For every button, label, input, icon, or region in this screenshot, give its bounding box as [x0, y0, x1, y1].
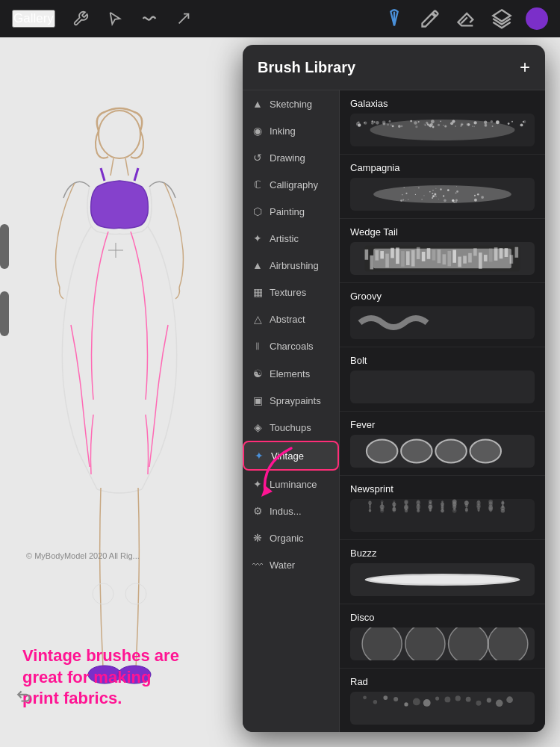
svg-point-69: [358, 121, 360, 123]
svg-point-71: [461, 125, 462, 127]
annotation-line2: great for making: [22, 668, 151, 686]
svg-line-7: [101, 168, 105, 181]
category-item-industrial[interactable]: ⚙Indus...: [243, 498, 339, 524]
smudge-icon[interactable]: [139, 8, 160, 29]
category-item-inking[interactable]: ◉Inking: [243, 117, 339, 144]
svg-point-32: [376, 121, 379, 125]
svg-point-269: [506, 696, 513, 703]
gallery-button[interactable]: Gallery: [12, 10, 55, 28]
airbrushing-label: Airbrushing: [270, 260, 319, 271]
add-brush-button[interactable]: +: [520, 57, 530, 78]
modify-icon[interactable]: [105, 8, 125, 29]
svg-rect-120: [370, 255, 373, 270]
svg-point-262: [435, 697, 439, 701]
category-item-touchups[interactable]: ◈Touchups: [243, 414, 339, 441]
svg-point-37: [418, 121, 420, 123]
eraser-tool[interactable]: [454, 7, 478, 31]
category-item-airbrushing[interactable]: ▲Airbrushing: [243, 252, 339, 279]
brush-item-galaxias[interactable]: Galaxias: [340, 90, 545, 155]
svg-point-61: [485, 123, 487, 125]
right-tools: [382, 7, 548, 31]
svg-point-52: [473, 125, 475, 127]
brush-name-disco: Disco: [350, 612, 535, 623]
vintage-icon: ✦: [253, 450, 265, 462]
brush-item-newsprint[interactable]: Newsprint: [340, 476, 545, 540]
svg-point-27: [358, 123, 361, 127]
svg-point-91: [438, 199, 439, 199]
abstract-icon: △: [252, 313, 264, 325]
brush-item-buzzz[interactable]: Buzzz: [340, 540, 545, 604]
luminance-label: Luminance: [270, 479, 317, 490]
pencil-tool[interactable]: [382, 7, 406, 31]
brush-item-rad[interactable]: Rad: [340, 669, 545, 732]
svg-point-68: [491, 120, 494, 123]
category-item-artistic[interactable]: ✦Artistic: [243, 225, 339, 252]
svg-point-216: [452, 509, 457, 513]
svg-point-105: [408, 199, 408, 199]
svg-rect-138: [463, 255, 467, 263]
svg-point-265: [466, 697, 471, 702]
category-item-organic[interactable]: ❋Organic: [243, 524, 339, 551]
brush-item-disco[interactable]: Disco: [340, 604, 545, 669]
category-item-sketching[interactable]: ▲Sketching: [243, 90, 339, 117]
brush-item-fever[interactable]: Fever: [340, 412, 545, 476]
category-item-painting[interactable]: ⬡Painting: [243, 198, 339, 225]
brush-tool[interactable]: [418, 7, 442, 31]
svg-point-224: [465, 509, 468, 512]
svg-point-39: [520, 123, 523, 126]
svg-point-115: [429, 191, 431, 193]
size-slider[interactable]: [0, 224, 9, 269]
category-item-water[interactable]: 〰Water: [243, 551, 339, 578]
svg-point-103: [402, 194, 402, 195]
svg-point-14: [125, 583, 146, 604]
category-item-abstract[interactable]: △Abstract: [243, 306, 339, 332]
textures-icon: ▦: [252, 286, 264, 298]
industrial-label: Indus...: [270, 506, 302, 517]
undo-button[interactable]: [12, 683, 39, 710]
svg-point-48: [508, 123, 510, 125]
svg-point-41: [391, 124, 391, 125]
svg-point-151: [435, 440, 467, 463]
svg-rect-119: [365, 249, 369, 260]
organic-icon: ❋: [252, 532, 264, 544]
svg-point-266: [476, 701, 482, 706]
svg-rect-123: [385, 254, 389, 268]
svg-point-70: [373, 121, 375, 123]
opacity-slider[interactable]: [0, 291, 9, 336]
category-item-drawing[interactable]: ↺Drawing: [243, 144, 339, 171]
textures-label: Textures: [270, 287, 306, 298]
category-item-charcoals[interactable]: ⦀Charcoals: [243, 332, 339, 360]
svg-point-89: [432, 193, 433, 194]
svg-rect-144: [494, 247, 498, 261]
svg-point-53: [440, 120, 441, 122]
category-item-textures[interactable]: ▦Textures: [243, 279, 339, 306]
brush-item-campagnia[interactable]: Campagnia: [340, 155, 545, 219]
category-item-calligraphy[interactable]: ℂCalligraphy: [243, 171, 339, 198]
avatar[interactable]: [526, 7, 548, 30]
category-item-elements[interactable]: ☯Elements: [243, 360, 339, 387]
transform-icon[interactable]: [173, 8, 194, 29]
wrench-icon[interactable]: [70, 8, 91, 29]
svg-point-251: [362, 627, 402, 660]
svg-point-113: [432, 195, 435, 197]
svg-rect-139: [468, 253, 472, 263]
svg-point-38: [429, 124, 432, 127]
layers-tool[interactable]: [490, 7, 514, 31]
touchups-label: Touchups: [270, 422, 311, 433]
svg-rect-126: [401, 251, 405, 267]
brush-name-wedge-tail: Wedge Tail: [350, 226, 535, 238]
brush-item-wedge-tail[interactable]: Wedge Tail: [340, 219, 545, 283]
svg-point-75: [426, 122, 428, 124]
svg-point-208: [441, 509, 444, 512]
category-item-spraypaints[interactable]: ▣Spraypaints: [243, 387, 339, 414]
size-slider-area: [0, 224, 9, 336]
svg-point-250: [370, 575, 514, 583]
brush-item-bolt[interactable]: Bolt: [340, 347, 545, 412]
category-item-luminance[interactable]: ✦Luminance: [243, 471, 339, 498]
svg-point-13: [93, 583, 113, 604]
svg-point-43: [431, 120, 435, 123]
svg-point-66: [438, 124, 440, 126]
brush-item-groovy[interactable]: Groovy: [340, 283, 545, 347]
svg-point-254: [488, 627, 528, 660]
category-item-vintage[interactable]: ✦Vintage: [243, 441, 339, 471]
